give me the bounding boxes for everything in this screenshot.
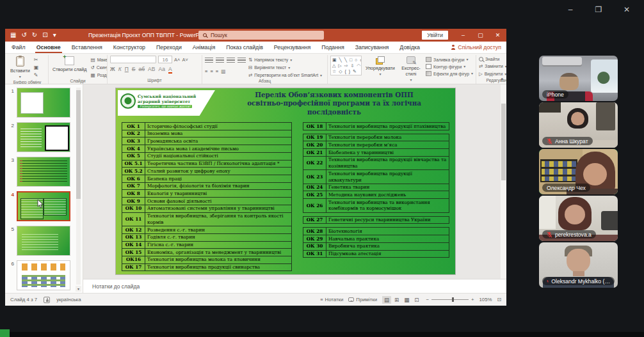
thumbnail-scrollbar[interactable] (76, 88, 81, 285)
convert-smartart-button[interactable]: ⇄Перетворити на об’єкт SmartArt▾ (248, 72, 322, 78)
tab-slideshow[interactable]: Показ слайдів (225, 42, 264, 53)
tab-file[interactable]: Файл (10, 42, 27, 53)
zoom-knob[interactable] (452, 297, 454, 302)
shapes-gallery[interactable]: ▣ ╲ ╲ □ ○ ▭ △ ▷ ⇨ ⇩ ◠ ☆ ◇ { } ✎ (330, 56, 362, 75)
increase-indent-icon[interactable] (237, 58, 246, 64)
shape-fill-button[interactable]: Заливка фігури▾ (426, 57, 473, 62)
shape-effects-button[interactable]: Ефекти для фігур▾ (426, 71, 473, 76)
tab-help[interactable]: Довідка (398, 42, 421, 53)
change-case-button[interactable]: Аа (158, 66, 165, 72)
zoom-out-icon[interactable]: − (426, 297, 429, 302)
copy-icon[interactable]: ▣ (34, 65, 39, 70)
components-table-left[interactable]: ОК 1Історично-філософські студії ОК 2Іно… (122, 122, 292, 271)
redo-icon[interactable]: ↻ (32, 32, 37, 38)
align-right-icon[interactable]: ≡ (216, 68, 218, 74)
character-spacing-button[interactable]: АВ (148, 66, 155, 72)
fit-to-window-icon[interactable]: ⊡ (497, 297, 501, 302)
components-table-right[interactable]: ОК 18Технологія виробництва продукції пт… (303, 122, 449, 261)
minimize-icon[interactable]: – (563, 4, 577, 15)
strikethrough-button[interactable]: S (132, 66, 136, 72)
scrollbar-thumb[interactable] (76, 90, 81, 199)
text-direction-button[interactable]: ⇅Напрямок тексту▾ (248, 57, 322, 63)
zoom-level[interactable]: 105% (479, 297, 492, 302)
slide-thumbnail-1[interactable]: 1 (8, 88, 72, 118)
tab-design[interactable]: Конструктор (112, 42, 147, 53)
notes-toggle-button[interactable]: ≡Нотатки (320, 297, 343, 302)
cut-icon[interactable]: ✂ (34, 57, 39, 63)
select-button[interactable]: ▷Виділити▾ (479, 71, 506, 77)
font-name-select[interactable] (110, 56, 156, 63)
bold-button[interactable]: Ж (110, 66, 115, 72)
scroll-down-icon[interactable]: ▾ (76, 286, 81, 292)
accessibility-icon[interactable] (44, 297, 50, 303)
shape-outline-button[interactable]: Контур фігури▾ (426, 64, 473, 69)
reset-button[interactable]: ↺Скинути (91, 65, 108, 70)
reading-view-icon[interactable]: ▦ (402, 296, 411, 304)
numbering-icon[interactable] (216, 58, 224, 64)
shrink-font-icon[interactable]: A˅ (182, 57, 188, 63)
replace-button[interactable]: ⇄Замінити▾ (479, 63, 506, 69)
slide-canvas[interactable]: Сумський національнийаграрний університе… (115, 88, 456, 275)
new-slide-button[interactable]: Створити слайд (51, 56, 88, 73)
align-center-icon[interactable]: ≡ (210, 68, 213, 74)
tab-transitions[interactable]: Переходи (155, 42, 183, 53)
slideshow-view-icon[interactable]: ⊡ (412, 296, 421, 304)
share-button[interactable]: Спільний доступ (451, 42, 501, 53)
participant-tile-iphone[interactable]: iPhone (539, 56, 618, 101)
ppt-minimize-button[interactable]: – (455, 29, 472, 42)
grow-font-icon[interactable]: A˄ (174, 57, 180, 63)
zoom-track[interactable] (431, 299, 469, 300)
underline-button[interactable]: П (125, 66, 129, 72)
paste-button[interactable]: Вставити▾ (9, 56, 31, 79)
bullets-icon[interactable] (205, 58, 213, 64)
slide-thumbnail-4-selected[interactable]: 4 (8, 191, 72, 221)
tab-recording[interactable]: Записування (354, 42, 390, 53)
format-painter-icon[interactable]: ✎ (34, 72, 39, 78)
normal-view-icon[interactable]: ▤ (382, 296, 391, 304)
tab-view[interactable]: Подання (320, 42, 346, 53)
tab-home[interactable]: Основне (35, 42, 62, 53)
tab-insert[interactable]: Вставлення (70, 42, 104, 53)
customize-qat-icon[interactable]: ▾ (53, 32, 56, 38)
collapse-ribbon-icon[interactable]: ▾ (501, 77, 503, 82)
language-button[interactable]: українська (56, 297, 81, 302)
arrange-button[interactable]: Упорядкувати▾ (364, 56, 396, 77)
find-button[interactable]: Знайти (479, 57, 506, 61)
tab-review[interactable]: Рецензування (273, 42, 312, 53)
slide-sorter-view-icon[interactable]: ⊞ (392, 296, 401, 304)
columns-icon[interactable]: ▥ (221, 68, 225, 74)
participant-tile-oleksandr-chekh-active-speaker[interactable]: Олександр Чех (539, 149, 618, 194)
zoom-in-icon[interactable]: + (471, 297, 474, 302)
participant-tile-anna-shkurat[interactable]: Анна Шкурат (539, 102, 618, 148)
align-text-button[interactable]: ⊟Вирівняти текст▾ (248, 65, 322, 70)
save-icon[interactable]: ▦ (10, 32, 16, 38)
font-color-button[interactable]: А (168, 67, 172, 74)
text-effects-button[interactable]: аб (138, 66, 145, 72)
participant-tile-perekrestova[interactable]: perekrestova.a (539, 196, 618, 241)
comments-toggle-button[interactable]: Примітки (348, 297, 377, 302)
notes-pane[interactable]: Нотатки до слайда (83, 279, 506, 293)
editor-scrollbar[interactable] (501, 84, 506, 279)
ppt-restore-button[interactable]: ▢ (472, 29, 489, 42)
slide-thumbnail-3[interactable]: 3 (8, 157, 72, 187)
slide-thumbnail-5[interactable]: 5 (8, 226, 72, 256)
zoom-slider[interactable]: − + (426, 297, 474, 302)
scrollbar-thumb[interactable] (501, 104, 506, 180)
tab-animations[interactable]: Анімація (191, 42, 216, 53)
restore-icon[interactable]: ❐ (592, 4, 606, 15)
italic-button[interactable]: К (118, 66, 122, 72)
slide-thumbnail-6[interactable]: 6 (8, 260, 72, 290)
start-presentation-icon[interactable]: ⊡ (42, 32, 47, 38)
participant-tile-oleksandr-mykhalko[interactable]: Oleksandr Mykhalko (… (539, 242, 618, 288)
section-button[interactable]: ▦Розділ▾ (91, 72, 108, 78)
search-box[interactable]: Пошук (198, 31, 324, 40)
quick-styles-button[interactable]: Експрес-стилі▾ (399, 56, 423, 82)
font-size-select[interactable]: 16 (158, 56, 172, 63)
slide-thumbnail-2[interactable]: 2 (8, 122, 72, 152)
layout-button[interactable]: ▤Макет▾ (91, 57, 108, 63)
close-icon[interactable]: ✕ (620, 4, 634, 15)
undo-icon[interactable]: ↺ (21, 32, 26, 38)
sign-in-button[interactable]: Увійти (422, 31, 448, 40)
ppt-close-button[interactable]: ✕ (489, 29, 506, 42)
align-left-icon[interactable]: ≡ (205, 68, 207, 74)
